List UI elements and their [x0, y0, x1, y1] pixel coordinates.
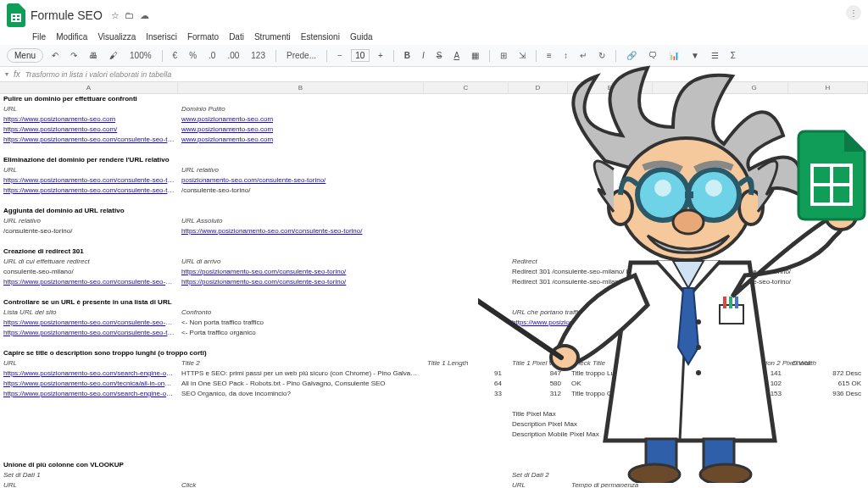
svg-point-10	[696, 345, 701, 350]
cell[interactable]: <- Porta traffico organico	[178, 328, 424, 338]
strikethrough-icon[interactable]: S	[433, 49, 446, 62]
cell[interactable]: /consulente-seo-torino/	[0, 226, 178, 236]
cell[interactable]: URL	[0, 358, 178, 369]
cell[interactable]: https://www.posizionamento-seo.com/searc…	[0, 389, 178, 399]
svg-rect-15	[735, 297, 738, 308]
name-box-dropdown-icon[interactable]: ▾	[5, 70, 8, 78]
menu-edit[interactable]: Modifica	[56, 32, 87, 42]
menu-format[interactable]: Formato	[187, 32, 219, 42]
text-color-icon[interactable]: A	[450, 49, 463, 62]
svg-point-24	[629, 464, 680, 483]
col-a[interactable]: A	[0, 82, 178, 94]
cell[interactable]: www.posizionamento-seo.com	[178, 135, 424, 145]
svg-rect-14	[729, 297, 732, 308]
menu-data[interactable]: Dati	[229, 32, 244, 42]
fontsize-input[interactable]: 10	[351, 49, 370, 62]
svg-point-9	[696, 319, 701, 324]
cell[interactable]: HTTPS e SEO: primi passi per un web più …	[178, 369, 424, 379]
zoom-dropdown[interactable]: 100%	[126, 49, 155, 62]
menu-extensions[interactable]: Estensioni	[301, 32, 340, 42]
svg-line-17	[478, 220, 561, 358]
cell[interactable]: Title 2	[178, 358, 424, 369]
fontsize-plus[interactable]: +	[375, 49, 387, 62]
bold-icon[interactable]: B	[401, 49, 414, 62]
cell[interactable]: URL Assoluto	[178, 216, 424, 226]
cell[interactable]: Click	[178, 480, 424, 488]
cell[interactable]: https://www.posizionamento-seo.com/searc…	[0, 369, 178, 379]
svg-rect-7	[685, 191, 693, 198]
italic-icon[interactable]: I	[419, 49, 428, 62]
svg-point-6	[705, 180, 722, 197]
cell[interactable]: /consulente-seo-torino/	[178, 186, 424, 196]
cell[interactable]: https://www.posizionamento-seo.com/consu…	[0, 318, 178, 328]
paint-format-icon[interactable]: 🖌	[106, 49, 121, 62]
fx-label: fx	[14, 69, 20, 79]
cell[interactable]: Set di Dati 1	[0, 470, 178, 480]
cell[interactable]: URL	[0, 480, 178, 488]
star-icon[interactable]: ☆	[111, 10, 120, 20]
number-format-button[interactable]: 123	[248, 49, 269, 62]
cell[interactable]: URL	[0, 104, 178, 114]
move-icon[interactable]: 🗀	[125, 10, 134, 20]
cell[interactable]: Dominio Pulito	[178, 104, 424, 114]
menu-insert[interactable]: Inserisci	[146, 32, 177, 42]
svg-point-8	[673, 210, 704, 234]
sec6-title: Capire se title o description sono tropp…	[0, 348, 178, 358]
document-title[interactable]: Formule SEO	[31, 8, 103, 22]
cell[interactable]: https://www.posizionamento-seo.com/tecni…	[0, 379, 178, 389]
cell[interactable]: URL relativo	[0, 216, 178, 226]
decimal-increase-button[interactable]: .00	[224, 49, 242, 62]
col-b[interactable]: B	[178, 82, 424, 94]
sec7-title: Unione di più colonne con VLOOKUP	[0, 460, 178, 470]
cell[interactable]: URL di arrivo	[178, 257, 424, 267]
cell[interactable]: https://www.posizionamento-seo.com	[0, 114, 178, 125]
sec5-title: Controllare se un URL è presente in una …	[0, 297, 178, 308]
cell[interactable]: <- Non porta traffico traffico	[178, 318, 424, 328]
cell[interactable]: Lista URL del sito	[0, 308, 178, 318]
menu-help[interactable]: Guida	[350, 32, 373, 42]
cell[interactable]: https://www.posizionamento-seo.com/consu…	[0, 186, 178, 196]
sec1-title: Pulire un dominio per effettuare confron…	[0, 94, 178, 104]
svg-rect-13	[723, 297, 726, 308]
cell[interactable]: URL relativo	[178, 165, 424, 175]
cell[interactable]: URL	[0, 165, 178, 175]
share-button[interactable]: ⋮	[846, 5, 861, 20]
undo-icon[interactable]: ↶	[48, 49, 62, 62]
scientist-illustration	[478, 42, 868, 483]
cell[interactable]: Confronto	[178, 308, 424, 318]
cell[interactable]: https://www.posizionamento-seo.com/consu…	[0, 277, 178, 287]
menu-tools[interactable]: Strumenti	[254, 32, 291, 42]
cell[interactable]: https://www.posizionamento-seo.com/consu…	[0, 328, 178, 338]
decimal-decrease-button[interactable]: .0	[205, 49, 219, 62]
svg-point-5	[654, 180, 671, 197]
sec3-title: Aggiunta del dominio ad URL relativo	[0, 206, 178, 216]
cell[interactable]: https://www.posizionamento-seo.com/	[0, 125, 178, 135]
print-icon[interactable]: 🖶	[86, 49, 101, 62]
cell[interactable]: https://www.posizionamento-seo.com/consu…	[0, 175, 178, 186]
cell[interactable]: www.posizionamento-seo.com	[178, 125, 424, 135]
font-dropdown[interactable]: Prede...	[283, 49, 320, 62]
cell[interactable]: URL di cui effettuare redirect	[0, 257, 178, 267]
formula-input[interactable]: Trasformo in lista i valori elaborati in…	[25, 70, 171, 79]
sec2-title: Eliminazione del dominio per rendere l'U…	[0, 155, 178, 165]
currency-button[interactable]: €	[170, 49, 181, 62]
sec4-title: Creazione di redirect 301	[0, 247, 178, 257]
cell[interactable]: https://www.posizionamento-seo.com/consu…	[0, 135, 178, 145]
cloud-icon[interactable]: ☁	[140, 10, 149, 20]
cell[interactable]: consulente-seo-milano/	[0, 267, 178, 277]
cell[interactable]: All in One SEO Pack - Robots.txt - Pino …	[178, 379, 424, 389]
menu-file[interactable]: File	[32, 32, 46, 42]
cell[interactable]: SEO Organico, da dove incomincio?	[178, 389, 424, 399]
svg-point-25	[700, 464, 751, 483]
fontsize-minus[interactable]: −	[334, 49, 346, 62]
svg-point-11	[696, 370, 701, 375]
cell[interactable]: https://posizionamento-seo.com/consulent…	[178, 267, 424, 277]
cell[interactable]: https://www.posizionamento-seo.com/consu…	[178, 226, 424, 236]
percent-button[interactable]: %	[186, 49, 200, 62]
redo-icon[interactable]: ↷	[67, 49, 81, 62]
cell[interactable]: www.posizionamento-seo.com	[178, 114, 424, 125]
cell[interactable]: https://posizionamento-seo.com/consulent…	[178, 277, 424, 287]
menu-view[interactable]: Visualizza	[97, 32, 136, 42]
menus-chip[interactable]: Menu	[7, 48, 43, 63]
cell[interactable]: posizionamento-seo.com/consulente-seo-to…	[178, 175, 424, 186]
